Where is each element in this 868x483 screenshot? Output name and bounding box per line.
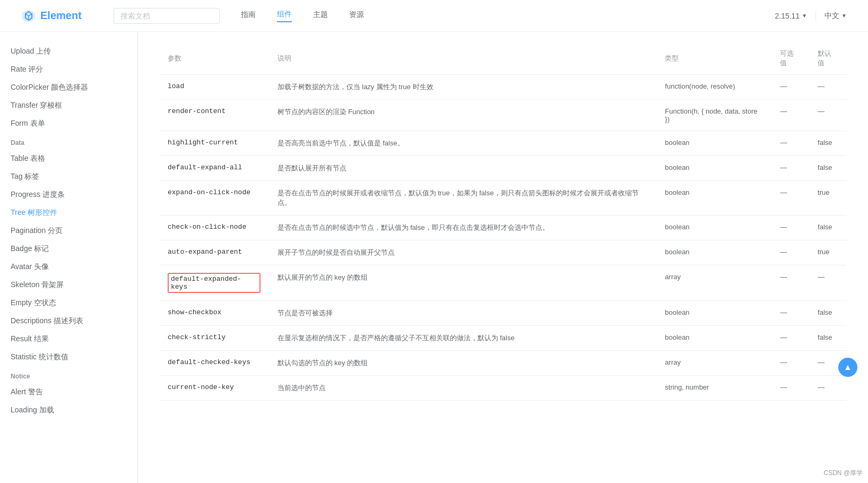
cell-desc: 是否在点击节点的时候展开或者收缩节点，默认值为 true，如果为 false，则… <box>269 181 657 215</box>
main-content: 参数 说明 类型 可选值 默认值 load加载子树数据的方法，仅当 lazy 属… <box>138 32 868 483</box>
nav-theme[interactable]: 主题 <box>313 10 328 22</box>
cell-type: string, number <box>656 376 771 401</box>
cell-desc: 是否在点击节点的时候选中节点，默认值为 false，即只有在点击复选框时才会选中… <box>269 215 657 240</box>
sidebar-item-avatar[interactable]: Avatar 头像 <box>0 258 137 276</box>
cell-desc: 是否默认展开所有节点 <box>269 156 657 181</box>
sidebar-item-colorpicker[interactable]: ColorPicker 颜色选择器 <box>0 79 137 97</box>
sidebar-item-tag[interactable]: Tag 标签 <box>0 168 137 186</box>
sidebar-item-skeleton[interactable]: Skeleton 骨架屏 <box>0 276 137 294</box>
version-label: 2.15.11 <box>775 12 800 20</box>
table-row: default-expand-all是否默认展开所有节点boolean—fals… <box>159 156 847 181</box>
sidebar-item-loading[interactable]: Loading 加载 <box>0 401 137 419</box>
table-row: highlight-current是否高亮当前选中节点，默认值是 false。b… <box>159 131 847 156</box>
cell-type: boolean <box>656 131 771 156</box>
cell-desc: 当前选中的节点 <box>269 376 657 401</box>
sidebar-item-alert[interactable]: Alert 警告 <box>0 383 137 401</box>
cell-desc: 在显示复选框的情况下，是否严格的遵循父子不互相关联的做法，默认为 false <box>269 326 657 351</box>
cell-desc: 加载子树数据的方法，仅当 lazy 属性为 true 时生效 <box>269 75 657 100</box>
sidebar-group-notice: Notice <box>0 366 137 383</box>
cell-type: boolean <box>656 215 771 240</box>
cell-default: — <box>809 75 847 100</box>
cell-options: — <box>771 240 809 265</box>
table-row: current-node-key当前选中的节点string, number—— <box>159 376 847 401</box>
sidebar-item-transfer[interactable]: Transfer 穿梭框 <box>0 97 137 115</box>
cell-param: show-checkbox <box>159 301 269 326</box>
col-default: 默认值 <box>809 42 847 75</box>
sidebar-item-table[interactable]: Table 表格 <box>0 150 137 168</box>
cell-desc: 节点是否可被选择 <box>269 301 657 326</box>
search-input[interactable] <box>114 8 220 24</box>
cell-default: — <box>809 376 847 401</box>
cell-options: — <box>771 376 809 401</box>
sidebar-item-statistic[interactable]: Statistic 统计数值 <box>0 348 137 366</box>
layout: Upload 上传 Rate 评分 ColorPicker 颜色选择器 Tran… <box>0 32 868 483</box>
sidebar-item-upload[interactable]: Upload 上传 <box>0 42 137 61</box>
sidebar-item-badge[interactable]: Badge 标记 <box>0 240 137 258</box>
cell-default: true <box>809 240 847 265</box>
cell-options: — <box>771 215 809 240</box>
cell-param: default-expanded-keys <box>159 265 269 301</box>
table-row: expand-on-click-node是否在点击节点的时候展开或者收缩节点，默… <box>159 181 847 215</box>
cell-param: highlight-current <box>159 131 269 156</box>
sidebar-item-rate[interactable]: Rate 评分 <box>0 61 137 79</box>
sidebar-item-form[interactable]: Form 表单 <box>0 115 137 133</box>
logo-text: Element <box>40 10 82 22</box>
cell-options: — <box>771 301 809 326</box>
cell-param: expand-on-click-node <box>159 181 269 215</box>
nav-guide[interactable]: 指南 <box>241 10 256 22</box>
cell-type: function(node, resolve) <box>656 75 771 100</box>
cell-type: boolean <box>656 301 771 326</box>
cell-desc: 默认勾选的节点的 key 的数组 <box>269 351 657 376</box>
header-right: 2.15.11 ▼ 中文 ▼ <box>775 11 847 21</box>
sidebar-item-result[interactable]: Result 结果 <box>0 330 137 348</box>
cell-type: boolean <box>656 326 771 351</box>
version-chevron-icon: ▼ <box>802 13 807 19</box>
cell-options: — <box>771 100 809 131</box>
logo-icon <box>21 8 36 23</box>
cell-param: check-strictly <box>159 326 269 351</box>
cell-default: false <box>809 301 847 326</box>
logo[interactable]: Element <box>21 8 82 23</box>
sidebar-group-data: Data <box>0 133 137 150</box>
header-search[interactable] <box>114 8 220 24</box>
cell-options: — <box>771 265 809 301</box>
cell-param: default-expand-all <box>159 156 269 181</box>
sidebar-item-empty[interactable]: Empty 空状态 <box>0 294 137 312</box>
col-type: 类型 <box>656 42 771 75</box>
sidebar-item-tree[interactable]: Tree 树形控件 <box>0 204 137 222</box>
cell-desc: 是否高亮当前选中节点，默认值是 false。 <box>269 131 657 156</box>
cell-param: render-content <box>159 100 269 131</box>
cell-default: false <box>809 156 847 181</box>
version-select[interactable]: 2.15.11 ▼ <box>775 12 816 20</box>
header: Element 指南 组件 主题 资源 2.15.11 ▼ 中文 ▼ <box>0 0 868 32</box>
table-row: default-checked-keys默认勾选的节点的 key 的数组arra… <box>159 351 847 376</box>
table-row: check-strictly在显示复选框的情况下，是否严格的遵循父子不互相关联的… <box>159 326 847 351</box>
cell-default: false <box>809 131 847 156</box>
cell-options: — <box>771 351 809 376</box>
watermark: CSDN @厚学 <box>823 469 863 478</box>
table-row: show-checkbox节点是否可被选择boolean—false <box>159 301 847 326</box>
sidebar-item-pagination[interactable]: Pagination 分页 <box>0 222 137 240</box>
cell-type: boolean <box>656 181 771 215</box>
cell-options: — <box>771 181 809 215</box>
cell-options: — <box>771 156 809 181</box>
cell-options: — <box>771 75 809 100</box>
cell-options: — <box>771 326 809 351</box>
lang-chevron-icon: ▼ <box>841 13 847 19</box>
col-desc: 说明 <box>269 42 657 75</box>
cell-type: array <box>656 351 771 376</box>
scroll-top-button[interactable]: ▲ <box>838 358 857 377</box>
cell-default: true <box>809 181 847 215</box>
cell-default: — <box>809 265 847 301</box>
sidebar-item-descriptions[interactable]: Descriptions 描述列表 <box>0 312 137 330</box>
cell-type: boolean <box>656 156 771 181</box>
cell-type: Function(h, { node, data, store }) <box>656 100 771 131</box>
lang-select[interactable]: 中文 ▼ <box>824 11 847 21</box>
sidebar-item-progress[interactable]: Progress 进度条 <box>0 186 137 204</box>
lang-label: 中文 <box>824 11 839 21</box>
cell-param: check-on-click-node <box>159 215 269 240</box>
scroll-top-icon: ▲ <box>844 363 852 372</box>
nav-components[interactable]: 组件 <box>277 10 292 22</box>
nav-resources[interactable]: 资源 <box>349 10 364 22</box>
cell-default: — <box>809 100 847 131</box>
